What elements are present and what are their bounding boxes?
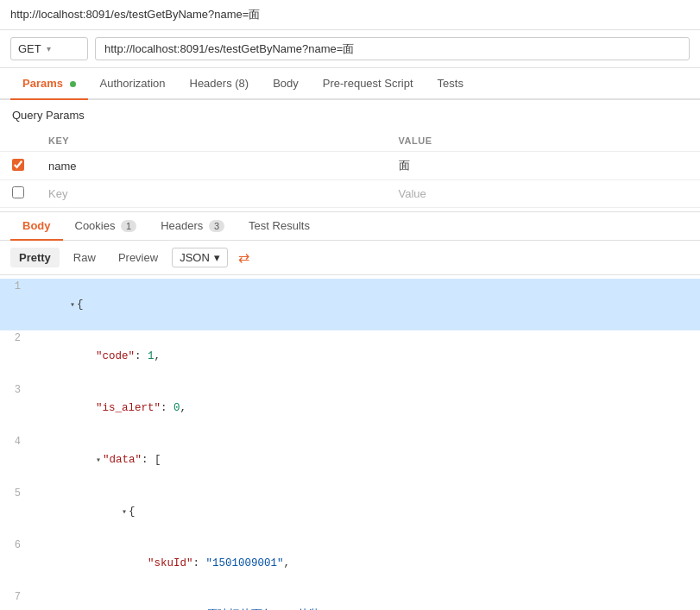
table-row: name 面	[0, 152, 700, 180]
json-line: 5 ▾{	[0, 486, 700, 538]
query-params-label: Query Params	[0, 100, 700, 130]
json-line: 1 ▾{	[0, 279, 700, 330]
params-table: KEY VALUE name 面 Key Value	[0, 130, 700, 208]
col-checkbox	[0, 130, 36, 152]
row2-checkbox[interactable]	[12, 186, 24, 198]
tab-cookies[interactable]: Cookies 1	[63, 212, 149, 241]
json-line: 7 "name": "原味切片面包（10片装）",	[0, 589, 700, 610]
tab-test-results[interactable]: Test Results	[236, 212, 322, 241]
json-format-label: JSON	[180, 251, 210, 264]
response-tabs: Body Cookies 1 Headers 3 Test Results	[0, 211, 700, 241]
request-tabs: Params Authorization Headers (8) Body Pr…	[0, 68, 700, 100]
tab-params[interactable]: Params	[10, 68, 88, 100]
json-chevron-icon: ▾	[214, 251, 220, 264]
row2-checkbox-cell[interactable]	[0, 180, 36, 208]
params-dot	[70, 81, 76, 87]
request-bar: GET ▾	[0, 30, 700, 68]
collapse-icon[interactable]: ▾	[96, 456, 101, 465]
row1-checkbox[interactable]	[12, 159, 24, 171]
tab-response-body[interactable]: Body	[10, 212, 63, 241]
wrap-lines-icon[interactable]: ⇄	[238, 249, 249, 266]
method-chevron-icon: ▾	[47, 44, 51, 53]
col-key: KEY	[36, 130, 387, 152]
tab-response-headers[interactable]: Headers 3	[148, 212, 236, 241]
top-url-display: http://localhost:8091/es/testGetByName?n…	[0, 0, 700, 30]
row1-key[interactable]: name	[36, 152, 387, 180]
json-line: 6 "skuId": "1501009001",	[0, 538, 700, 589]
method-select[interactable]: GET ▾	[10, 37, 88, 60]
method-label: GET	[18, 42, 41, 55]
tab-body[interactable]: Body	[261, 68, 311, 100]
headers-badge: 3	[209, 220, 224, 232]
url-input[interactable]	[95, 37, 690, 60]
table-row-empty: Key Value	[0, 180, 700, 208]
row2-key-placeholder[interactable]: Key	[36, 180, 387, 208]
json-viewer: 1 ▾{ 2 "code": 1, 3 "is_alert": 0, 4 ▾"d…	[0, 275, 700, 610]
format-bar: Pretty Raw Preview JSON ▾ ⇄	[0, 241, 700, 275]
tab-pre-request-script[interactable]: Pre-request Script	[311, 68, 426, 100]
tab-headers[interactable]: Headers (8)	[178, 68, 262, 100]
format-preview-button[interactable]: Preview	[110, 248, 167, 267]
collapse-icon[interactable]: ▾	[70, 300, 75, 310]
json-format-select[interactable]: JSON ▾	[172, 248, 228, 267]
json-line: 2 "code": 1,	[0, 330, 700, 382]
json-line: 3 "is_alert": 0,	[0, 382, 700, 434]
tab-tests[interactable]: Tests	[426, 68, 476, 100]
cookies-badge: 1	[121, 220, 136, 232]
row1-value[interactable]: 面	[387, 152, 701, 180]
collapse-icon[interactable]: ▾	[122, 507, 127, 517]
tab-authorization[interactable]: Authorization	[88, 68, 178, 100]
format-raw-button[interactable]: Raw	[65, 248, 104, 267]
json-line: 4 ▾"data": [	[0, 434, 700, 486]
format-pretty-button[interactable]: Pretty	[10, 248, 60, 267]
row1-checkbox-cell[interactable]	[0, 152, 36, 180]
col-value: VALUE	[387, 130, 701, 152]
row2-value-placeholder[interactable]: Value	[387, 180, 701, 208]
